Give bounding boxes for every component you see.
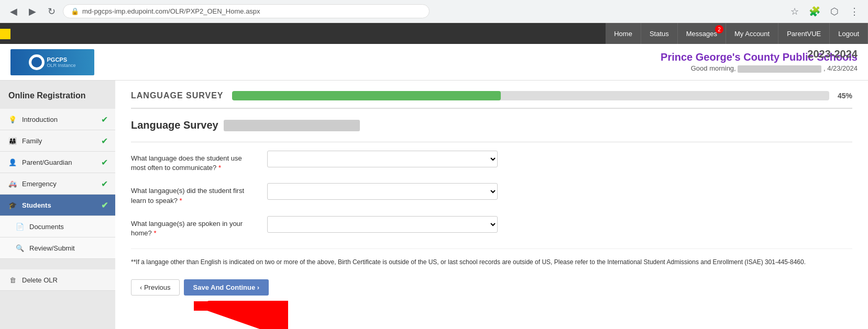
- red-arrow-svg: [131, 301, 288, 329]
- sidebar-label-introduction: Introduction: [22, 116, 101, 123]
- school-year-badge: 2023-2024: [807, 48, 858, 60]
- bookmark-star-icon[interactable]: ☆: [787, 4, 802, 19]
- nav-buttons: ‹ HomePrevious Save And Continue ›: [131, 279, 852, 296]
- language-select-3[interactable]: [267, 216, 498, 233]
- status-nav-button[interactable]: Status: [641, 23, 678, 44]
- profile-icon[interactable]: ⬡: [827, 4, 842, 19]
- previous-button[interactable]: ‹ HomePrevious: [131, 279, 180, 296]
- sidebar-label-students: Students: [22, 201, 101, 209]
- menu-icon[interactable]: ⋮: [847, 4, 862, 19]
- sidebar-label-delete-olr: Delete OLR: [22, 276, 108, 284]
- address-bar[interactable]: 🔒 md-pgcps-imp.edupoint.com/OLR/PXP2_OEN…: [63, 4, 430, 18]
- introduction-icon: 💡: [7, 114, 18, 124]
- sidebar-bottom: 🗑 Delete OLR: [0, 269, 115, 291]
- parent-guardian-icon: 👤: [7, 157, 18, 167]
- form-label-1: What language does the student use most …: [131, 151, 257, 173]
- sidebar-item-family[interactable]: 👨‍👩‍👧 Family ✔: [0, 130, 115, 152]
- content-wrapper: Online Registration 💡 Introduction ✔ 👨‍👩…: [0, 81, 868, 329]
- url-text: md-pgcps-imp.edupoint.com/OLR/PXP2_OEN_H…: [82, 7, 260, 15]
- review-submit-icon: 🔍: [15, 243, 25, 253]
- header-bar: PGCPS OLR Instance Prince George's Count…: [0, 44, 868, 81]
- required-star-1: *: [218, 164, 221, 172]
- family-check-icon: ✔: [101, 136, 108, 146]
- browser-chrome: ◀ ▶ ↻ 🔒 md-pgcps-imp.edupoint.com/OLR/PX…: [0, 0, 868, 23]
- form-label-3: What language(s) are spoken in your home…: [131, 216, 257, 238]
- required-star-3: *: [153, 229, 156, 237]
- required-star-2: *: [180, 197, 182, 205]
- sidebar-title: Online Registration: [0, 86, 115, 109]
- sidebar-label-emergency: Emergency: [22, 180, 101, 188]
- sidebar-label-review-submit: Review/Submit: [29, 244, 108, 252]
- survey-header: Language Survey: [131, 119, 852, 131]
- my-account-nav-button[interactable]: My Account: [726, 23, 778, 44]
- form-row-2: What langague(s) did the student first l…: [131, 183, 852, 205]
- arrow-annotation: [131, 301, 852, 329]
- messages-nav-button[interactable]: Messages 2: [678, 23, 726, 44]
- note-text: **If a langage other than English is ind…: [131, 248, 852, 267]
- form-row-1: What language does the student use most …: [131, 151, 852, 173]
- introduction-check-icon: ✔: [101, 115, 108, 124]
- form-section: What language does the student use most …: [131, 142, 852, 329]
- family-icon: 👨‍👩‍👧: [7, 135, 18, 146]
- emergency-icon: 🚑: [7, 178, 18, 189]
- sidebar-item-documents[interactable]: 📄 Documents: [0, 216, 115, 237]
- form-row-3: What language(s) are spoken in your home…: [131, 216, 852, 238]
- lock-icon: 🔒: [71, 7, 79, 15]
- language-select-1[interactable]: [267, 151, 498, 167]
- survey-name-blur: [224, 120, 360, 131]
- sidebar: Online Registration 💡 Introduction ✔ 👨‍👩…: [0, 81, 115, 329]
- save-and-continue-button[interactable]: Save And Continue ›: [184, 279, 269, 296]
- sidebar-item-students[interactable]: 🎓 Students ✔: [0, 195, 115, 216]
- logo-sub: OLR Instance: [47, 63, 75, 68]
- top-nav: Home Status Messages 2 My Account Parent…: [0, 23, 868, 44]
- logout-nav-button[interactable]: Logout: [830, 23, 868, 44]
- students-check-icon: ✔: [101, 200, 108, 210]
- documents-icon: 📄: [15, 221, 25, 232]
- sidebar-label-family: Family: [22, 137, 101, 145]
- sticky-note: [0, 29, 10, 39]
- app-container: PGCPS OLR Instance Prince George's Count…: [0, 44, 868, 329]
- students-icon: 🎓: [7, 200, 18, 210]
- sidebar-item-parent-guardian[interactable]: 👤 Parent/Guardian ✔: [0, 152, 115, 173]
- sidebar-label-documents: Documents: [29, 223, 108, 231]
- delete-olr-icon: 🗑: [7, 275, 18, 285]
- sidebar-item-introduction[interactable]: 💡 Introduction ✔: [0, 109, 115, 130]
- forward-button[interactable]: ▶: [25, 4, 40, 19]
- sidebar-item-emergency[interactable]: 🚑 Emergency ✔: [0, 173, 115, 195]
- sidebar-label-parent-guardian: Parent/Guardian: [22, 158, 101, 166]
- survey-title: Language Survey: [131, 119, 218, 131]
- sidebar-item-delete-olr[interactable]: 🗑 Delete OLR: [0, 269, 115, 291]
- school-greeting: Good morning, , 4/23/2024: [661, 64, 858, 73]
- messages-badge: 2: [715, 25, 723, 33]
- main-panel: LANGUAGE SURVEY 45% Language Survey What…: [115, 81, 868, 329]
- back-button[interactable]: ◀: [6, 4, 21, 19]
- progress-bar-fill: [232, 91, 501, 100]
- language-select-2[interactable]: [267, 183, 498, 200]
- browser-toolbar: ☆ 🧩 ⬡ ⋮: [787, 4, 862, 19]
- progress-section: LANGUAGE SURVEY 45%: [131, 91, 852, 109]
- logo-area: PGCPS OLR Instance: [10, 49, 94, 75]
- progress-percent-label: 45%: [838, 92, 852, 100]
- parentvue-nav-button[interactable]: ParentVUE: [778, 23, 830, 44]
- form-label-2: What langague(s) did the student first l…: [131, 183, 257, 205]
- logo-text: PGCPS: [47, 56, 75, 63]
- sidebar-item-review-submit[interactable]: 🔍 Review/Submit: [0, 237, 115, 259]
- refresh-button[interactable]: ↻: [44, 4, 59, 19]
- section-title: LANGUAGE SURVEY: [131, 91, 224, 100]
- home-nav-button[interactable]: Home: [606, 23, 641, 44]
- progress-bar-container: [232, 91, 829, 100]
- extensions-icon[interactable]: 🧩: [807, 4, 822, 19]
- parent-guardian-check-icon: ✔: [101, 157, 108, 167]
- logo: PGCPS OLR Instance: [10, 49, 94, 75]
- emergency-check-icon: ✔: [101, 179, 108, 189]
